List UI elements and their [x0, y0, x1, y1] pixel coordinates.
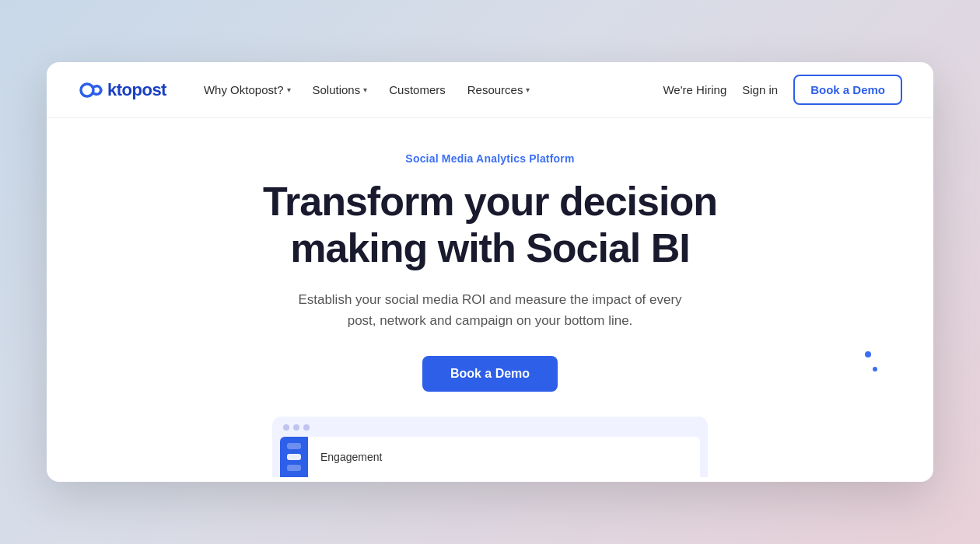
nav-item-why[interactable]: Why Oktopost? ▾	[194, 77, 300, 103]
nav-right: We're Hiring Sign in Book a Demo	[663, 75, 902, 105]
accent-dot-2	[873, 367, 877, 371]
chevron-down-icon: ▾	[363, 85, 367, 94]
hero-book-demo-button[interactable]: Book a Demo	[422, 356, 558, 392]
nav-item-solutions[interactable]: Solutions ▾	[303, 77, 377, 103]
dot-1	[283, 424, 289, 431]
chevron-down-icon: ▾	[287, 85, 291, 94]
nav-item-resources[interactable]: Resources ▾	[458, 77, 540, 103]
dot-3	[303, 424, 310, 431]
nav-hiring-link[interactable]: We're Hiring	[663, 83, 726, 96]
chevron-down-icon: ▾	[526, 85, 530, 94]
window-dots	[280, 424, 700, 431]
nav-item-customers-label: Customers	[389, 83, 446, 96]
svg-point-0	[81, 84, 93, 96]
nav-signin-link[interactable]: Sign in	[742, 83, 778, 96]
browser-card: ktopost Why Oktopost? ▾ Solutions ▾ Cust…	[47, 62, 933, 482]
accent-dot-1	[865, 351, 871, 357]
sidebar-icon-2	[287, 454, 301, 460]
navbar: ktopost Why Oktopost? ▾ Solutions ▾ Cust…	[47, 62, 933, 118]
dot-2	[293, 424, 299, 431]
dashboard-main: Engagement	[308, 437, 700, 477]
hero-eyebrow: Social Media Analytics Platform	[405, 152, 574, 165]
hero-section: Social Media Analytics Platform Transfor…	[47, 118, 933, 482]
logo[interactable]: ktopost	[78, 76, 166, 104]
engagement-label: Engagement	[320, 451, 382, 463]
sidebar-icon-3	[287, 465, 301, 471]
nav-book-demo-button[interactable]: Book a Demo	[793, 75, 902, 105]
dashboard-sidebar	[280, 437, 308, 477]
nav-links: Why Oktopost? ▾ Solutions ▾ Customers Re…	[194, 77, 663, 103]
nav-item-why-label: Why Oktopost?	[204, 83, 284, 96]
dashboard-content: Engagement	[280, 437, 700, 477]
hero-subtitle: Establish your social media ROI and meas…	[296, 289, 684, 331]
logo-icon	[78, 76, 106, 104]
sidebar-icon-1	[287, 443, 301, 449]
nav-item-solutions-label: Solutions	[313, 83, 361, 96]
nav-item-resources-label: Resources	[467, 83, 523, 96]
hero-title: Transform your decision making with Soci…	[249, 179, 731, 272]
logo-text: ktopost	[107, 80, 166, 100]
dashboard-preview: Engagement	[272, 417, 708, 477]
nav-item-customers[interactable]: Customers	[380, 77, 455, 103]
